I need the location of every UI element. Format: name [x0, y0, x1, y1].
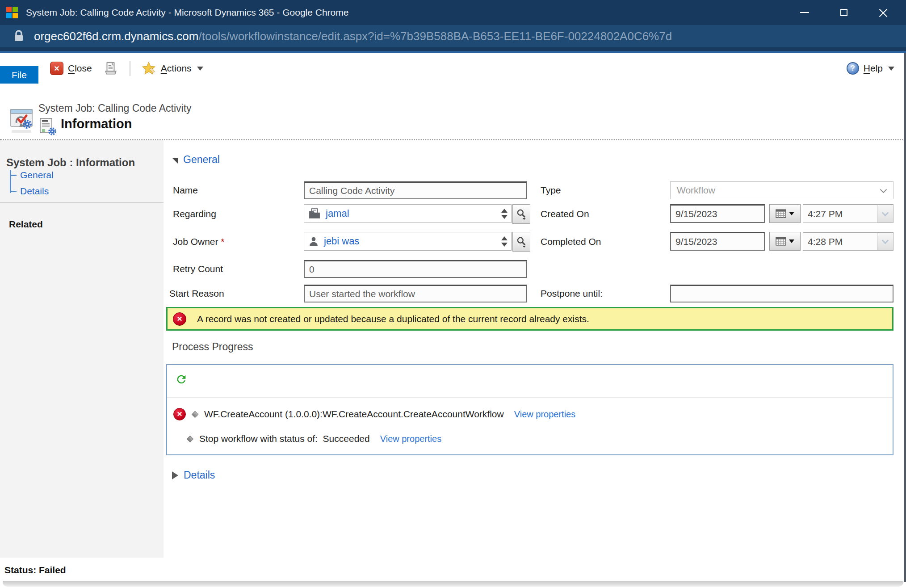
window-title: System Job: Calling Code Activity - Micr… [26, 7, 790, 18]
completed-on-time-value: 4:28 PM [808, 236, 843, 247]
help-button[interactable]: Help [847, 62, 894, 75]
view-properties-link[interactable]: View properties [514, 409, 575, 420]
created-on-date-input[interactable]: 9/15/2023 [670, 204, 765, 223]
type-select[interactable]: Workflow [670, 181, 893, 199]
general-section-header[interactable]: General [172, 154, 220, 166]
created-on-calendar-button[interactable] [769, 204, 801, 223]
spinner-up-icon [501, 236, 508, 240]
general-section-label: General [183, 154, 220, 166]
step-bullet-icon [187, 435, 194, 442]
job-owner-label: Job Owner* [173, 236, 224, 247]
chevron-down-icon [880, 186, 887, 193]
help-icon [847, 62, 859, 75]
start-reason-value: User started the workflow [309, 289, 415, 299]
maximize-button[interactable] [837, 6, 851, 19]
folder-icon [309, 208, 320, 219]
completed-on-time-dropdown[interactable] [877, 233, 893, 250]
job-owner-spinner[interactable] [500, 232, 508, 250]
sidebar-details-link[interactable]: Details [20, 186, 49, 197]
page-body: System Job : Information General Details… [0, 140, 906, 588]
actions-label: Actions [161, 63, 192, 74]
created-on-time-input[interactable]: 4:27 PM [803, 204, 893, 223]
type-label: Type [541, 185, 561, 196]
magnifier-icon [516, 236, 527, 248]
view-properties-link[interactable]: View properties [380, 434, 441, 444]
regarding-lookup[interactable]: jamal [304, 204, 512, 223]
logo-square-green [13, 7, 18, 12]
name-label: Name [173, 185, 198, 196]
actions-button[interactable]: Actions [142, 62, 203, 75]
file-tab[interactable]: File [0, 66, 38, 84]
window-controls [798, 6, 890, 19]
job-owner-lookup[interactable]: jebi was [304, 232, 512, 251]
maximize-icon [840, 9, 847, 16]
completed-on-label: Completed On [541, 236, 601, 247]
calendar-icon [776, 209, 786, 218]
completed-on-calendar-button[interactable] [769, 232, 801, 251]
address-bar[interactable]: orgec602f6d.crm.dynamics.com/tools/workf… [0, 25, 906, 47]
regarding-spinner[interactable] [500, 205, 508, 223]
information-form-icon [39, 118, 57, 136]
warning-text: A record was not created or updated beca… [197, 314, 589, 324]
command-bar: File Close Actions [0, 53, 906, 84]
completed-on-time-input[interactable]: 4:28 PM [803, 232, 893, 251]
completed-on-date-input[interactable]: 9/15/2023 [670, 232, 765, 251]
url-text: orgec602f6d.crm.dynamics.com/tools/workf… [34, 29, 672, 43]
file-tab-label: File [12, 70, 27, 80]
magnifier-icon [516, 208, 527, 220]
sidebar-item-details[interactable]: Details [10, 186, 49, 197]
postpone-until-input[interactable] [670, 285, 893, 302]
step-error-icon [173, 408, 186, 420]
details-section-label: Details [184, 469, 215, 481]
refresh-icon[interactable] [175, 373, 188, 386]
created-on-time-dropdown[interactable] [877, 205, 893, 223]
window-right-edge [904, 53, 906, 582]
print-button[interactable] [104, 61, 118, 76]
actions-dropdown-icon [197, 67, 203, 71]
close-window-button[interactable] [877, 6, 890, 19]
time-chevron-icon [882, 210, 889, 217]
close-x-icon [50, 62, 63, 75]
logo-square-yellow [13, 13, 18, 18]
regarding-lookup-button[interactable] [512, 204, 530, 224]
job-owner-value-link[interactable]: jebi was [324, 235, 359, 247]
section-collapsed-icon [172, 471, 178, 479]
spinner-down-icon [501, 243, 508, 247]
progress-panel: WF.CreateAccount (1.0.0.0):WF.CreateAcco… [166, 364, 893, 455]
help-zone: Help [847, 53, 894, 84]
job-owner-lookup-button[interactable] [512, 232, 530, 252]
calendar-icon [776, 237, 786, 246]
form-name: Information [61, 117, 132, 131]
retry-count-input[interactable]: 0 [304, 260, 527, 278]
url-path: /tools/workflowinstance/edit.aspx?id=%7b… [198, 29, 672, 43]
help-label: Help [864, 63, 883, 74]
details-section-header[interactable]: Details [172, 469, 215, 481]
minimize-button[interactable] [798, 6, 811, 19]
logo-square-red [6, 7, 12, 12]
step-text: WF.CreateAccount (1.0.0.0):WF.CreateAcco… [204, 409, 504, 420]
sidebar: System Job : Information General Details… [0, 140, 164, 558]
sidebar-item-general[interactable]: General [10, 170, 54, 181]
postpone-until-label: Postpone until: [541, 288, 603, 299]
system-job-icon [6, 108, 36, 135]
tree-stub-icon [10, 191, 17, 192]
regarding-value-link[interactable]: jamal [326, 208, 349, 219]
close-button[interactable]: Close [50, 62, 92, 75]
progress-divider [167, 397, 893, 398]
help-dropdown-icon [888, 67, 894, 71]
spinner-down-icon [501, 215, 508, 219]
progress-step: Stop workflow with status of: Succeeded … [188, 433, 441, 444]
completed-on-date-value: 9/15/2023 [675, 236, 717, 247]
window-bottom-shadow [3, 581, 903, 587]
toolbar-separator [130, 61, 130, 76]
required-asterisk: * [221, 237, 225, 247]
calendar-dropdown-icon [789, 239, 794, 243]
name-input[interactable]: Calling Code Activity [304, 181, 527, 199]
printer-icon [104, 61, 118, 76]
retry-count-value: 0 [309, 264, 315, 275]
progress-step: WF.CreateAccount (1.0.0.0):WF.CreateAcco… [173, 408, 575, 420]
page-header: System Job: Calling Code Activity Inform… [0, 84, 906, 140]
logo-square-blue [6, 13, 12, 18]
sidebar-general-link[interactable]: General [20, 170, 54, 181]
start-reason-input[interactable]: User started the workflow [304, 285, 527, 302]
